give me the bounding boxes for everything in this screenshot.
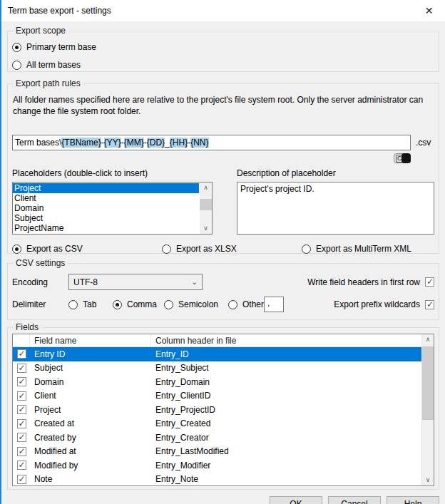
field-name-cell: Subject xyxy=(30,363,151,373)
table-row[interactable]: Note Entry_Note xyxy=(13,473,434,487)
csv-settings-label: CSV settings xyxy=(13,258,68,269)
column-header-cell: Entry_Subject xyxy=(151,363,421,373)
row-checkbox[interactable] xyxy=(17,461,26,470)
path-token: {NN} xyxy=(190,138,208,148)
row-checkbox[interactable] xyxy=(17,405,26,414)
placeholder-description-box: Project's project ID. xyxy=(237,182,434,235)
close-button[interactable]: ✕ xyxy=(413,0,445,21)
path-token: {TBName} xyxy=(61,138,101,148)
radio-export-csv[interactable]: Export as CSV xyxy=(12,242,162,256)
table-row[interactable]: Modified at Entry_LastModified xyxy=(13,445,434,459)
row-checkbox[interactable] xyxy=(17,433,26,442)
ok-button[interactable]: OK xyxy=(270,496,322,504)
placeholders-label: Placeholders (double-click to insert) xyxy=(12,168,213,180)
radio-delimiter-tab[interactable]: Tab xyxy=(68,299,113,309)
dialog-title: Term base export - settings xyxy=(1,6,111,16)
title-bar: Term base export - settings ✕ xyxy=(1,0,445,21)
toggle-thumb xyxy=(401,153,411,163)
table-row[interactable]: Created by Entry_Creator xyxy=(13,431,434,445)
radio-all-term-bases[interactable]: All term bases xyxy=(12,58,434,72)
table-row[interactable]: Entry ID Entry_ID xyxy=(13,347,434,361)
prefix-wildcards-label: Export prefix wildcards xyxy=(334,299,420,309)
list-item[interactable]: Project xyxy=(13,183,199,193)
scrollbar-thumb[interactable] xyxy=(200,199,212,210)
footer: OK Cancel Help xyxy=(1,490,445,504)
radio-primary-term-base[interactable]: Primary term base xyxy=(12,40,434,54)
row-checkbox[interactable] xyxy=(17,419,26,428)
table-row[interactable]: Modified by Entry_Modifier xyxy=(13,458,434,473)
radio-icon xyxy=(12,61,21,70)
table-row[interactable]: Subject Entry_Subject xyxy=(13,361,434,376)
column-header-cell: Entry_ClientID xyxy=(151,391,421,401)
radio-label: Export as XLSX xyxy=(176,244,237,254)
other-delimiter-input[interactable]: , xyxy=(264,297,284,312)
row-checkbox[interactable] xyxy=(17,475,26,484)
row-checkbox[interactable] xyxy=(17,349,26,359)
radio-export-multiterm-xml[interactable]: Export as MultiTerm XML xyxy=(302,242,434,256)
radio-delimiter-other[interactable]: Other xyxy=(228,299,264,309)
field-name-cell: Created by xyxy=(30,433,151,443)
table-row[interactable]: Client Entry_ClientID xyxy=(13,389,434,403)
radio-label: Export as MultiTerm XML xyxy=(316,244,411,254)
row-checkbox[interactable] xyxy=(17,377,26,386)
encoding-value: UTF-8 xyxy=(73,277,98,287)
radio-export-xlsx[interactable]: Export as XLSX xyxy=(162,242,302,256)
scrollbar-thumb[interactable] xyxy=(422,346,434,420)
list-item[interactable]: Subject xyxy=(13,213,199,223)
radio-label: Tab xyxy=(83,299,96,309)
export-path-input[interactable]: Term bases\{TBName}-{YY}-{MM}-{DD}_{HH}-… xyxy=(12,135,411,150)
column-header-cell: Entry_LastModified xyxy=(151,446,421,456)
listbox-scrollbar[interactable]: ∧ ∨ xyxy=(200,182,212,234)
column-header-column-header: Column header in file xyxy=(151,334,421,346)
encoding-dropdown[interactable]: UTF-8 ⌄ xyxy=(68,274,203,290)
row-checkbox[interactable] xyxy=(17,447,26,456)
scroll-down-icon[interactable]: ∨ xyxy=(200,223,212,234)
help-button[interactable]: Help xyxy=(387,496,439,504)
table-row[interactable]: Created at Entry_Created xyxy=(13,417,434,431)
list-item[interactable]: ProjectName xyxy=(13,223,199,233)
path-segment: Term bases\ xyxy=(15,138,61,148)
field-name-cell: Client xyxy=(30,391,151,401)
row-checkbox[interactable] xyxy=(17,364,26,373)
scroll-up-icon[interactable]: ∧ xyxy=(200,182,212,193)
column-header-cell: Entry_ProjectID xyxy=(151,405,421,415)
radio-delimiter-comma[interactable]: Comma xyxy=(113,299,164,309)
file-extension-label: .csv xyxy=(416,138,434,148)
placeholder-description-text: Project's project ID. xyxy=(240,184,314,194)
export-scope-label: Export scope xyxy=(13,26,68,36)
field-name-column-header: Field name xyxy=(30,334,151,346)
radio-label: Primary term base xyxy=(26,42,96,52)
field-name-cell: Created at xyxy=(30,418,151,428)
radio-label: Other xyxy=(242,299,264,309)
encoding-label: Encoding xyxy=(12,277,68,287)
radio-icon xyxy=(12,43,21,52)
table-scrollbar[interactable]: ∧ ∨ xyxy=(421,334,434,485)
field-name-cell: Modified at xyxy=(30,446,151,456)
radio-icon xyxy=(68,300,78,309)
cancel-button[interactable]: Cancel xyxy=(328,496,381,504)
column-header-cell: Entry_ID xyxy=(151,349,421,359)
column-header-cell: Entry_Domain xyxy=(151,377,421,387)
row-checkbox[interactable] xyxy=(17,391,26,401)
table-row[interactable]: Domain Entry_Domain xyxy=(13,375,434,389)
radio-label: All term bases xyxy=(26,60,81,70)
radio-delimiter-semicolon[interactable]: Semicolon xyxy=(164,299,228,309)
table-row[interactable]: Project Entry_ProjectID xyxy=(13,403,434,417)
radio-icon xyxy=(164,300,173,309)
scroll-down-icon[interactable]: ∨ xyxy=(422,475,434,485)
prefix-wildcards-checkbox[interactable] xyxy=(425,300,434,309)
path-rules-note: All folder names specified here are rela… xyxy=(13,94,438,117)
radio-icon xyxy=(302,245,311,254)
list-item[interactable]: Domain xyxy=(13,203,199,213)
list-item[interactable]: Client xyxy=(13,193,199,203)
radio-label: Comma xyxy=(127,299,157,309)
case-toggle[interactable]: C xyxy=(394,153,411,163)
scroll-up-icon[interactable]: ∧ xyxy=(422,334,434,345)
write-headers-checkbox[interactable] xyxy=(425,277,434,287)
radio-icon xyxy=(113,300,122,309)
field-name-cell: Entry ID xyxy=(30,349,151,359)
field-name-cell: Modified by xyxy=(30,461,151,470)
close-icon: ✕ xyxy=(425,5,434,16)
placeholders-listbox[interactable]: Project Client Domain Subject ProjectNam… xyxy=(12,182,213,235)
path-segment: _ xyxy=(165,138,170,148)
